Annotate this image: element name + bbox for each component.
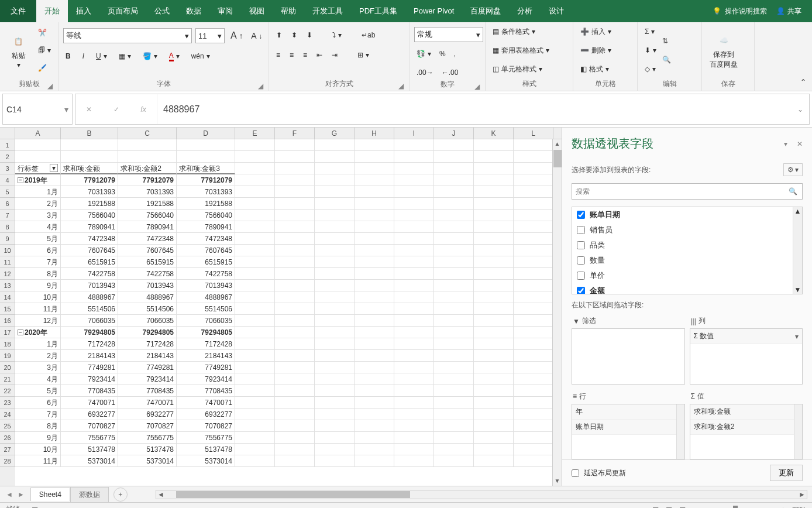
percent-button[interactable]: % — [437, 47, 448, 61]
format-cells-button[interactable]: ◧格式▾ — [578, 62, 614, 76]
field-search[interactable]: 🔍 — [572, 183, 803, 200]
font-size-select[interactable]: 11▾ — [195, 28, 225, 43]
tab-review[interactable]: 审阅 — [209, 0, 241, 22]
field-checkbox[interactable] — [577, 211, 585, 219]
share-button[interactable]: 👤 共享 — [776, 6, 801, 16]
area-scrollbar[interactable] — [676, 404, 684, 459]
scroll-up-icon[interactable]: ▲ — [553, 139, 562, 149]
field-item[interactable]: 账单日期 — [572, 207, 802, 222]
search-input[interactable] — [572, 187, 784, 195]
area-item[interactable]: Σ 数值▾ — [690, 329, 803, 344]
borders-button[interactable]: ▦▾ — [116, 49, 133, 63]
row-header[interactable]: 26 — [0, 432, 15, 444]
pane-menu-icon[interactable]: ▾ — [784, 140, 787, 148]
col-header[interactable]: E — [235, 128, 275, 139]
cut-button[interactable]: ✂️ — [36, 26, 53, 40]
phonetic-button[interactable]: wén▾ — [189, 49, 212, 63]
col-header[interactable]: H — [355, 128, 394, 139]
format-painter-button[interactable]: 🖌️ — [36, 61, 53, 75]
format-as-table-button[interactable]: ▦套用表格格式▾ — [490, 43, 552, 57]
filter-dropdown-icon[interactable]: ▾ — [50, 164, 58, 172]
row-header[interactable]: 21 — [0, 373, 15, 385]
tell-me-search[interactable]: 💡 操作说明搜索 — [713, 6, 767, 16]
col-header[interactable]: J — [434, 128, 474, 139]
shrink-font-button[interactable]: A↓ — [249, 29, 264, 43]
row-header[interactable]: 25 — [0, 420, 15, 432]
delete-cells-button[interactable]: ➖删除▾ — [578, 43, 614, 57]
row-header[interactable]: 12 — [0, 268, 15, 280]
launcher-icon[interactable]: ◢ — [473, 83, 480, 90]
tab-help[interactable]: 帮助 — [273, 0, 304, 22]
tab-design[interactable]: 设计 — [541, 0, 572, 22]
row-header[interactable]: 19 — [0, 350, 15, 362]
row-header[interactable]: 27 — [0, 444, 15, 455]
grow-font-button[interactable]: A↑ — [228, 29, 245, 43]
slider-knob[interactable] — [733, 506, 738, 509]
align-top-button[interactable]: ⬆ — [274, 28, 284, 42]
row-header[interactable]: 22 — [0, 385, 15, 397]
field-list-scrollbar[interactable]: ▲▼ — [793, 207, 802, 294]
expand-formula-icon[interactable]: ⌄ — [797, 105, 809, 114]
zoom-level[interactable]: 85% — [792, 506, 806, 509]
field-item[interactable]: 品类 — [572, 238, 802, 253]
horizontal-scrollbar[interactable]: ◄ ► — [156, 490, 807, 499]
row-header[interactable]: 6 — [0, 198, 15, 210]
row-header[interactable]: 20 — [0, 362, 15, 373]
field-checkbox[interactable] — [577, 287, 585, 294]
col-header[interactable]: K — [474, 128, 514, 139]
fill-button[interactable]: ⬇▾ — [642, 43, 659, 57]
row-header[interactable]: 11 — [0, 256, 15, 268]
sort-filter-button[interactable]: ⇅ — [660, 34, 673, 48]
macro-icon[interactable]: ▦ — [32, 506, 38, 509]
field-item[interactable]: 单价 — [572, 268, 802, 283]
font-name-select[interactable]: 等线▾ — [63, 28, 192, 43]
tab-file[interactable]: 文件 — [0, 0, 36, 22]
tab-powerpivot[interactable]: Power Pivot — [405, 0, 462, 22]
increase-decimal-button[interactable]: .00→ — [414, 66, 436, 80]
col-header[interactable]: D — [177, 128, 235, 139]
page-break-view-button[interactable]: ▤ — [679, 506, 686, 509]
tab-view[interactable]: 视图 — [241, 0, 273, 22]
search-icon[interactable]: 🔍 — [784, 187, 802, 195]
row-header[interactable]: 7 — [0, 210, 15, 221]
fill-color-button[interactable]: 🪣▾ — [140, 49, 160, 63]
copy-button[interactable]: 🗐▾ — [36, 43, 53, 57]
collapse-icon[interactable]: − — [18, 329, 23, 335]
launcher-icon[interactable]: ◢ — [257, 82, 264, 89]
row-header[interactable]: 13 — [0, 280, 15, 291]
sheet-tab-active[interactable]: Sheet4 — [30, 488, 70, 501]
col-header[interactable]: L — [514, 128, 553, 139]
row-header[interactable]: 28 — [0, 455, 15, 467]
align-bottom-button[interactable]: ⬇ — [304, 28, 315, 42]
scroll-down-icon[interactable]: ▼ — [553, 476, 562, 486]
update-button[interactable]: 更新 — [770, 465, 803, 481]
row-header[interactable]: 17 — [0, 327, 15, 338]
col-header[interactable]: I — [394, 128, 434, 139]
nav-first-icon[interactable]: ◄ — [6, 490, 13, 499]
field-checkbox[interactable] — [577, 226, 585, 234]
zoom-out-button[interactable]: − — [693, 506, 697, 509]
conditional-format-button[interactable]: ▤条件格式▾ — [490, 25, 552, 39]
row-header[interactable]: 5 — [0, 186, 15, 198]
add-sheet-button[interactable]: + — [113, 488, 128, 502]
tab-data[interactable]: 数据 — [178, 0, 209, 22]
decrease-decimal-button[interactable]: ←.00 — [439, 66, 461, 80]
collapse-ribbon-button[interactable]: ⌃ — [800, 78, 806, 86]
font-color-button[interactable]: A▾ — [167, 49, 182, 63]
row-header[interactable]: 4 — [0, 174, 15, 186]
area-item[interactable]: 求和项:金额▾ — [690, 404, 803, 420]
increase-indent-button[interactable]: ⇥ — [329, 48, 340, 62]
vertical-scrollbar[interactable]: ▲ ▼ — [552, 139, 562, 486]
col-header[interactable]: B — [61, 128, 118, 139]
insert-cells-button[interactable]: ➕插入▾ — [578, 25, 614, 39]
row-header[interactable]: 14 — [0, 291, 15, 303]
align-left-button[interactable]: ≡ — [274, 48, 283, 62]
tab-layout[interactable]: 页面布局 — [99, 0, 146, 22]
field-checkbox[interactable] — [577, 256, 585, 265]
wrap-text-button[interactable]: ↵ab — [359, 28, 377, 42]
tab-pdf[interactable]: PDF工具集 — [351, 0, 405, 22]
row-header[interactable]: 3 — [0, 163, 15, 174]
field-item[interactable]: 数量 — [572, 253, 802, 268]
row-header[interactable]: 9 — [0, 233, 15, 245]
find-select-button[interactable]: 🔍 — [660, 53, 673, 67]
